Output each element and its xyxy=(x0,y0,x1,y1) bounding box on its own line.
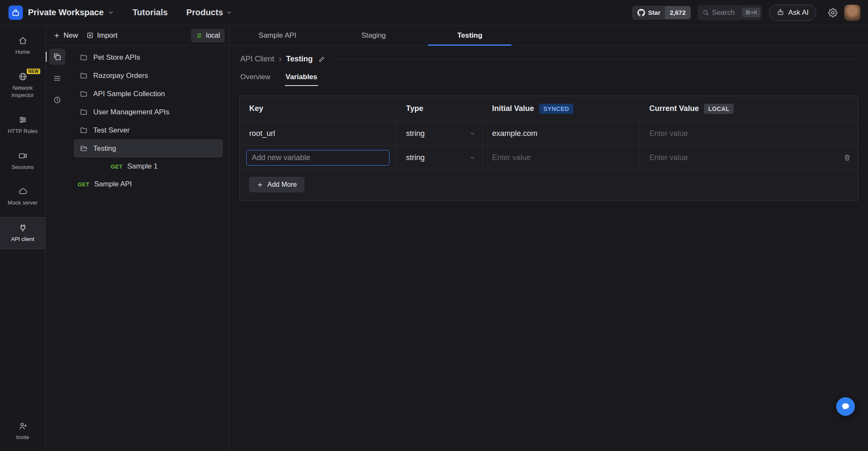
collections-tree: Pet Store APIs Razorpay Orders API Sampl… xyxy=(69,46,229,451)
rail-item-sessions[interactable]: Sessions xyxy=(0,146,45,177)
new-variable-type-select[interactable]: string xyxy=(397,146,483,169)
global-search[interactable]: ⌘+K xyxy=(698,5,762,20)
settings-gear-icon[interactable] xyxy=(828,8,837,17)
tree-item-request[interactable]: GET Sample API xyxy=(69,175,229,193)
nav-tutorials[interactable]: Tutorials xyxy=(133,8,168,17)
folder-icon xyxy=(80,126,88,134)
tree-item-collection[interactable]: Razorpay Orders xyxy=(69,66,229,85)
new-button-label: New xyxy=(64,31,78,40)
environment-subtabs: Overview Variables xyxy=(229,64,868,86)
search-shortcut-badge: ⌘+K xyxy=(742,8,760,17)
environment-switcher-button[interactable]: local xyxy=(191,29,225,42)
subtab-label: Overview xyxy=(240,73,270,81)
workspace-name: Private Workspace xyxy=(28,8,104,17)
add-more-button[interactable]: Add More xyxy=(249,177,304,192)
rail-item-sessions-label: Sessions xyxy=(11,164,34,171)
github-star-button[interactable]: Star xyxy=(633,6,665,19)
collection-name: Testing xyxy=(93,144,116,153)
collections-tab-icon[interactable] xyxy=(49,49,65,65)
rail-item-api-client[interactable]: API client xyxy=(0,217,45,249)
header-type: Type xyxy=(397,104,483,113)
breadcrumb-current: Testing xyxy=(286,55,313,64)
main-content: Sample API Staging Testing API Client › … xyxy=(229,25,868,451)
rail-item-api-client-label: API client xyxy=(11,236,34,243)
variable-type-select[interactable]: string xyxy=(397,122,483,145)
topbar: Private Workspace Tutorials Products Sta… xyxy=(0,0,868,25)
swap-arrows-icon xyxy=(196,32,203,39)
rail-item-invite-label: Invite xyxy=(16,434,29,441)
ask-ai-button[interactable]: Ask AI xyxy=(769,5,816,21)
collection-name: Razorpay Orders xyxy=(93,72,148,80)
new-button[interactable]: New xyxy=(53,31,78,40)
github-count-value: 2,672 xyxy=(670,9,686,16)
header-current-label: Current Value xyxy=(649,104,699,113)
variables-table-header: Key Type Initial Value SYNCED Current Va… xyxy=(240,96,858,122)
variable-current-input[interactable] xyxy=(649,129,851,138)
nav-tutorials-label: Tutorials xyxy=(133,8,168,17)
variable-key-value: root_url xyxy=(249,129,275,138)
breadcrumb-parent[interactable]: API Client xyxy=(240,55,274,64)
workspace-switcher[interactable]: Private Workspace xyxy=(28,8,114,17)
support-chat-fab[interactable] xyxy=(836,397,855,416)
tree-item-request[interactable]: GET Sample 1 xyxy=(69,158,229,175)
environment-name: local xyxy=(206,32,220,39)
rail-item-invite[interactable]: Invite xyxy=(0,416,45,447)
github-star-widget[interactable]: Star 2,672 xyxy=(632,6,691,19)
sliders-icon xyxy=(18,115,28,125)
collection-name: Test Server xyxy=(93,126,130,135)
folder-icon xyxy=(80,108,88,116)
breadcrumb-divider-line xyxy=(336,59,858,59)
variable-key-cell[interactable]: root_url xyxy=(240,122,397,145)
new-variable-current-input[interactable] xyxy=(649,153,771,162)
tab-testing[interactable]: Testing xyxy=(422,25,518,45)
chevron-down-icon xyxy=(469,155,476,161)
search-icon xyxy=(702,9,709,16)
new-variable-key-input[interactable] xyxy=(246,150,389,166)
history-tab-icon[interactable] xyxy=(49,92,65,108)
collection-name: API Sample Collection xyxy=(93,90,165,98)
import-button[interactable]: Import xyxy=(86,31,117,40)
subtab-overview[interactable]: Overview xyxy=(240,73,270,86)
tab-sample-api[interactable]: Sample API xyxy=(229,25,326,45)
delete-row-trash-icon[interactable] xyxy=(843,154,851,161)
variable-initial-cell[interactable]: example.com xyxy=(483,122,640,145)
tab-staging[interactable]: Staging xyxy=(326,25,422,45)
breadcrumb: API Client › Testing xyxy=(229,46,868,64)
edit-name-pencil-icon[interactable] xyxy=(318,55,326,63)
tree-item-collection[interactable]: API Sample Collection xyxy=(69,85,229,103)
folder-icon xyxy=(80,53,88,61)
rail-item-network-inspector[interactable]: NEW Network inspector xyxy=(0,66,45,105)
nav-products[interactable]: Products xyxy=(186,8,233,17)
tree-item-collection[interactable]: User Management APIs xyxy=(69,103,229,121)
import-button-label: Import xyxy=(97,31,117,40)
tree-item-collection[interactable]: Test Server xyxy=(69,121,229,139)
api-plug-icon xyxy=(18,223,28,232)
sidebar-toolbar: New Import local xyxy=(46,25,229,46)
invite-user-icon xyxy=(18,421,28,431)
rail-item-mock-server-label: Mock server xyxy=(8,199,38,207)
video-camera-icon xyxy=(18,151,28,160)
user-avatar[interactable] xyxy=(844,5,860,21)
environments-tab-icon[interactable] xyxy=(49,70,65,86)
new-variable-current-cell[interactable] xyxy=(640,146,858,169)
rail-item-home[interactable]: Home xyxy=(0,30,45,61)
tree-item-collection[interactable]: Pet Store APIs xyxy=(69,48,229,66)
workspace-logo-icon xyxy=(8,6,23,20)
subtab-variables[interactable]: Variables xyxy=(286,73,317,86)
new-variable-initial-cell[interactable] xyxy=(483,146,640,169)
chevron-down-icon xyxy=(108,9,114,16)
search-input[interactable] xyxy=(712,8,739,17)
new-variable-initial-input[interactable] xyxy=(492,153,633,162)
variable-current-cell[interactable] xyxy=(640,122,858,145)
variable-type-value: string xyxy=(406,153,425,162)
rail-item-mock-server[interactable]: Mock server xyxy=(0,181,45,212)
new-variable-key-cell[interactable] xyxy=(240,146,397,169)
variables-table: Key Type Initial Value SYNCED Current Va… xyxy=(239,96,858,201)
header-current-value: Current Value LOCAL xyxy=(640,104,858,114)
tree-item-collection-selected[interactable]: Testing xyxy=(74,139,223,158)
synced-badge: SYNCED xyxy=(539,104,573,114)
collection-name: Pet Store APIs xyxy=(93,53,140,62)
import-icon xyxy=(86,32,94,39)
variable-type-value: string xyxy=(406,129,425,138)
rail-item-http-rules[interactable]: HTTP Rules xyxy=(0,110,45,141)
